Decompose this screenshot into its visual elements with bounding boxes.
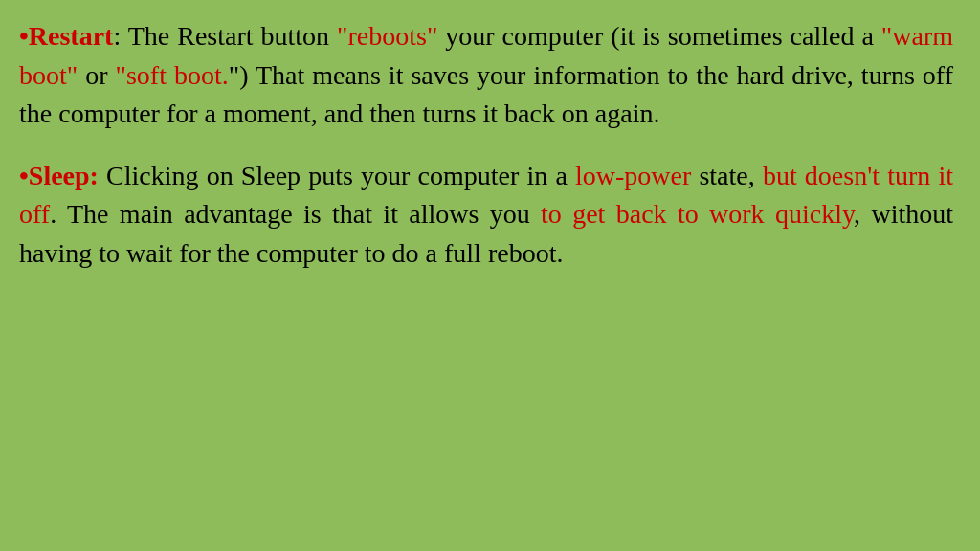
sleep-section: •Sleep: Clicking on Sleep puts your comp… [19, 157, 953, 274]
restart-or: or [78, 60, 115, 90]
restart-reboots: "reboots" [337, 21, 437, 51]
sleep-text2: state, [691, 161, 763, 190]
sleep-low-power: low-power [575, 161, 691, 190]
restart-bullet: • [19, 21, 29, 51]
sleep-label: Sleep: [29, 161, 99, 190]
restart-label: Restart [29, 21, 114, 51]
restart-section: •Restart: The Restart button "reboots" y… [19, 17, 953, 134]
main-content: •Restart: The Restart button "reboots" y… [0, 0, 980, 314]
restart-soft-boot: "soft boot. [116, 60, 229, 90]
sleep-bullet: • [19, 161, 29, 190]
sleep-text1: Clicking on Sleep puts your computer in … [99, 161, 575, 190]
restart-text1: your computer (it is sometimes called a [437, 21, 880, 51]
sleep-get-back: to get back to work quickly [541, 199, 854, 229]
restart-intro: The Restart button [128, 21, 337, 51]
restart-colon: : [113, 21, 127, 51]
sleep-text3: . The main advantage is that it allows y… [50, 199, 541, 229]
